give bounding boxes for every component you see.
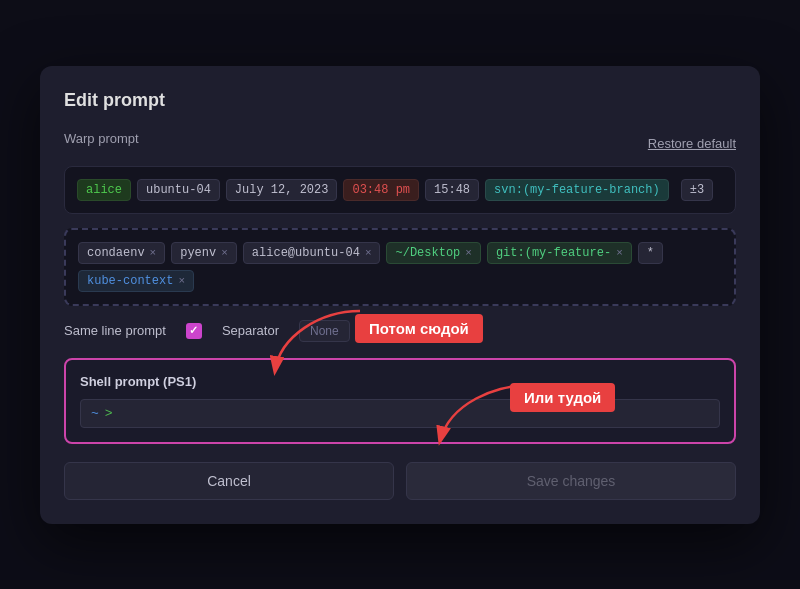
shell-prompt-section: Shell prompt (PS1) ~ >: [64, 358, 736, 444]
modal-overlay: Edit prompt Warp prompt Restore default …: [0, 0, 800, 589]
prompt-items-area[interactable]: condaenv × pyenv × alice@ubuntu-04 × ~/D…: [64, 228, 736, 306]
tag-time-pm: 03:48 pm: [343, 179, 419, 201]
checkbox-checked[interactable]: [186, 323, 202, 339]
item-condaenv[interactable]: condaenv ×: [78, 242, 165, 264]
tag-pm3: ±3: [681, 179, 713, 201]
shell-prompt-label: Shell prompt (PS1): [80, 374, 720, 389]
warp-prompt-preview: alice ubuntu-04 July 12, 2023 03:48 pm 1…: [64, 166, 736, 214]
item-desktop[interactable]: ~/Desktop ×: [386, 242, 480, 264]
item-star: *: [638, 242, 663, 264]
tag-alice: alice: [77, 179, 131, 201]
annotation-potom: Потом сюдой: [355, 314, 483, 343]
same-line-checkbox[interactable]: [186, 323, 202, 339]
item-pyenv[interactable]: pyenv ×: [171, 242, 237, 264]
remove-desktop[interactable]: ×: [465, 247, 472, 259]
item-alice-ubuntu[interactable]: alice@ubuntu-04 ×: [243, 242, 381, 264]
restore-default-button[interactable]: Restore default: [648, 136, 736, 151]
item-kube[interactable]: kube-context ×: [78, 270, 194, 292]
save-button[interactable]: Save changes: [406, 462, 736, 500]
shell-arrow: >: [105, 406, 113, 421]
remove-alice[interactable]: ×: [365, 247, 372, 259]
separator-value[interactable]: None: [299, 320, 350, 342]
cancel-button[interactable]: Cancel: [64, 462, 394, 500]
remove-git[interactable]: ×: [616, 247, 623, 259]
shell-tilde: ~: [91, 406, 99, 421]
tag-date: July 12, 2023: [226, 179, 338, 201]
shell-prompt-input[interactable]: ~ >: [80, 399, 720, 428]
tag-ubuntu: ubuntu-04: [137, 179, 220, 201]
footer-buttons: Cancel Save changes: [64, 462, 736, 500]
tag-time-24: 15:48: [425, 179, 479, 201]
tag-svn: svn:(my-feature-branch): [485, 179, 669, 201]
item-git[interactable]: git:(my-feature- ×: [487, 242, 632, 264]
separator-label: Separator: [222, 323, 279, 338]
warp-prompt-row: Warp prompt Restore default: [64, 131, 736, 156]
same-line-label: Same line prompt: [64, 323, 166, 338]
remove-condaenv[interactable]: ×: [150, 247, 157, 259]
edit-prompt-modal: Edit prompt Warp prompt Restore default …: [40, 66, 760, 524]
warp-prompt-label: Warp prompt: [64, 131, 139, 146]
remove-pyenv[interactable]: ×: [221, 247, 228, 259]
modal-title: Edit prompt: [64, 90, 736, 111]
remove-kube[interactable]: ×: [178, 275, 185, 287]
annotation-ili: Или тудой: [510, 383, 615, 412]
